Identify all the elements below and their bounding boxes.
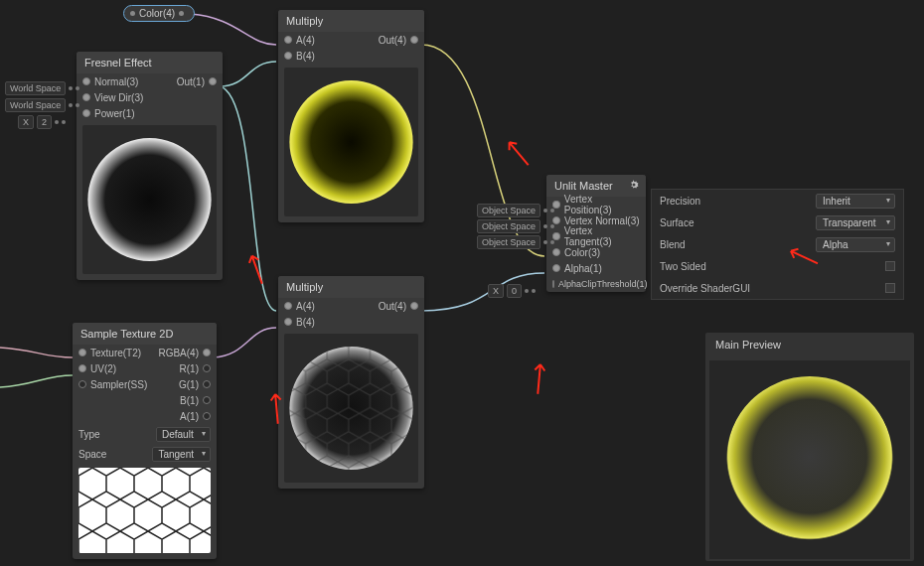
output-port[interactable] <box>203 364 211 372</box>
surface-select[interactable]: Transparent <box>816 215 895 230</box>
axis-chip: X <box>488 284 504 298</box>
node-title: Fresnel Effect <box>77 52 223 73</box>
output-port[interactable] <box>410 36 418 44</box>
override-gui-checkbox[interactable] <box>885 283 895 293</box>
svg-point-5 <box>726 376 893 543</box>
color-property-pill[interactable]: Color(4) <box>123 5 195 22</box>
node-title: Multiply <box>278 276 424 298</box>
node-preview <box>78 468 211 553</box>
panel-title: Main Preview <box>705 333 914 356</box>
space-chip[interactable]: Object Space <box>477 219 540 233</box>
input-port[interactable] <box>78 380 86 388</box>
output-port[interactable] <box>203 412 211 420</box>
input-port[interactable] <box>552 264 560 272</box>
input-port[interactable] <box>552 280 554 288</box>
svg-point-3 <box>289 347 412 470</box>
gear-icon[interactable] <box>628 179 640 191</box>
space-chip[interactable]: Object Space <box>477 204 540 217</box>
input-port[interactable] <box>82 77 90 85</box>
node-sample-texture-2d[interactable]: Sample Texture 2D Texture(T2) RGBA(4) UV… <box>73 323 217 559</box>
annotation-arrow <box>242 244 269 286</box>
two-sided-checkbox[interactable] <box>885 261 895 271</box>
svg-point-1 <box>289 80 412 204</box>
threshold-value[interactable]: 0 <box>507 284 522 298</box>
node-title: Multiply <box>278 10 424 32</box>
output-port[interactable] <box>203 349 211 356</box>
output-port[interactable] <box>410 302 418 310</box>
annotation-arrow <box>498 130 534 170</box>
input-port[interactable] <box>552 248 560 256</box>
input-port[interactable] <box>284 318 292 326</box>
space-chip[interactable]: World Space <box>5 98 66 112</box>
node-fresnel-effect[interactable]: Fresnel Effect Normal(3) Out(1) View Dir… <box>77 52 223 280</box>
space-chip[interactable]: World Space <box>5 81 66 95</box>
blend-select[interactable]: Alpha <box>816 237 895 252</box>
node-preview <box>284 334 418 483</box>
main-preview-viewport[interactable] <box>709 360 910 559</box>
axis-chip: X <box>18 115 34 129</box>
type-select[interactable]: Default <box>156 427 211 442</box>
node-preview <box>284 68 418 216</box>
master-settings-panel[interactable]: PrecisionInherit SurfaceTransparent Blen… <box>651 189 904 300</box>
svg-rect-4 <box>78 468 211 553</box>
input-port[interactable] <box>78 364 86 372</box>
svg-point-0 <box>87 138 211 261</box>
output-port[interactable] <box>209 77 217 85</box>
main-preview-panel[interactable]: Main Preview <box>705 333 914 561</box>
space-select[interactable]: Tangent <box>152 447 211 462</box>
node-preview <box>82 125 217 274</box>
node-title: Sample Texture 2D <box>73 323 217 345</box>
pill-label: Color(4) <box>139 8 175 19</box>
input-port[interactable] <box>284 52 292 60</box>
output-port[interactable] <box>203 380 211 388</box>
input-port[interactable] <box>82 93 90 101</box>
output-port[interactable] <box>203 396 211 404</box>
port-dot <box>179 11 184 16</box>
node-unlit-master[interactable]: Unlit Master Vertex Position(3) Vertex N… <box>546 175 646 292</box>
precision-select[interactable]: Inherit <box>816 194 895 209</box>
input-port[interactable] <box>82 109 90 117</box>
annotation-arrow <box>531 354 547 394</box>
input-port[interactable] <box>284 36 292 44</box>
power-value[interactable]: 2 <box>37 115 52 129</box>
space-chip[interactable]: Object Space <box>477 235 540 249</box>
port-dot <box>130 11 135 16</box>
node-multiply-2[interactable]: Multiply A(4) Out(4) B(4) <box>278 276 424 489</box>
input-port[interactable] <box>284 302 292 310</box>
node-multiply-1[interactable]: Multiply A(4) Out(4) B(4) <box>278 10 424 222</box>
input-port[interactable] <box>78 349 86 356</box>
